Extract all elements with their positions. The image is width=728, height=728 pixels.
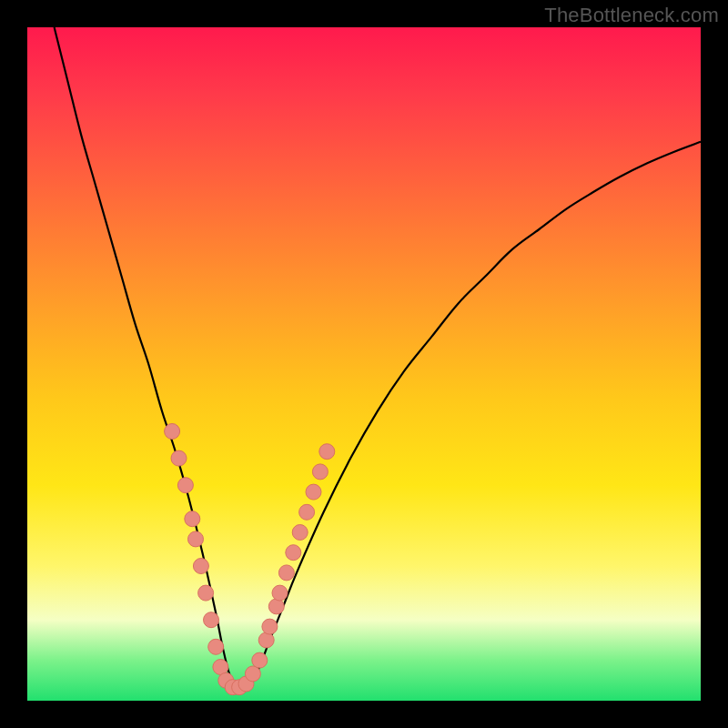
data-dot: [208, 639, 224, 654]
data-dot: [177, 478, 193, 493]
data-dot: [188, 531, 204, 547]
data-dot: [319, 444, 335, 460]
data-dot: [171, 450, 187, 466]
data-dot: [306, 484, 321, 500]
data-dot: [292, 525, 308, 541]
data-dot: [272, 585, 288, 601]
chart-svg: [27, 27, 701, 701]
data-dots: [165, 424, 335, 695]
data-dot: [299, 504, 315, 520]
data-dot: [312, 464, 328, 480]
data-dot: [185, 511, 200, 527]
data-dot: [165, 424, 180, 440]
data-dot: [198, 585, 214, 601]
bottleneck-curve: [55, 27, 701, 689]
data-dot: [193, 559, 208, 574]
watermark-text: TheBottleneck.com: [544, 4, 719, 27]
plot-area: [27, 27, 701, 701]
data-dot: [258, 632, 274, 648]
data-dot: [262, 619, 278, 634]
data-dot: [268, 599, 284, 614]
data-dot: [252, 652, 268, 668]
data-dot: [286, 545, 301, 561]
outer-frame: TheBottleneck.com: [0, 0, 728, 728]
data-dot: [204, 612, 219, 628]
data-dot: [278, 565, 294, 581]
